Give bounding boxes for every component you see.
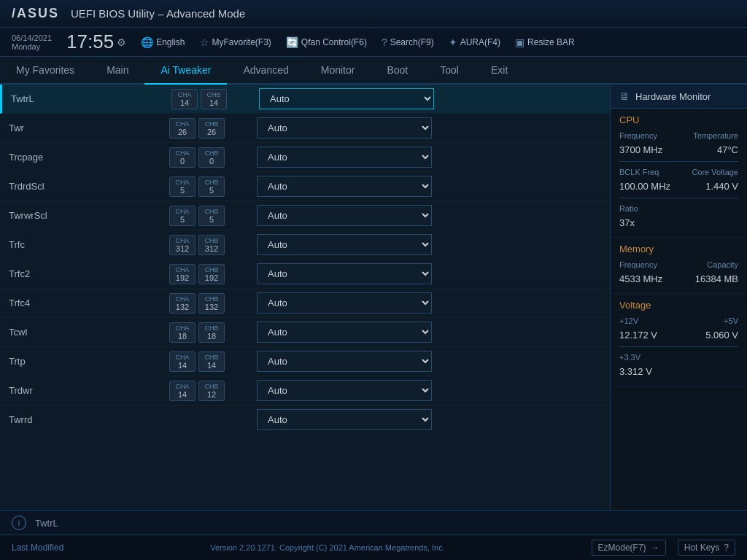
qfan-control-btn[interactable]: 🔄 Qfan Control(F6) — [286, 36, 367, 48]
row-value: Auto — [257, 263, 601, 284]
channel-b-box: CHB5 — [198, 206, 225, 226]
value-dropdown[interactable]: Auto — [257, 234, 432, 255]
table-row[interactable]: TwrrdAuto — [0, 405, 610, 435]
row-channels: CHA132CHB132 — [169, 293, 257, 314]
row-channels: CHA18CHB18 — [169, 322, 257, 343]
memory-section: Memory Frequency Capacity 4533 MHz 16384… — [611, 238, 747, 294]
mem-freq-row: Frequency Capacity — [619, 260, 738, 269]
memory-section-title: Memory — [619, 244, 738, 254]
value-dropdown[interactable]: Auto — [257, 292, 432, 314]
table-row[interactable]: TrtpCHA14CHB14Auto — [0, 347, 610, 376]
row-channels: CHA5CHB5 — [169, 206, 257, 226]
nav-exit[interactable]: Exit — [475, 57, 524, 85]
v5-label: +5V — [724, 316, 738, 325]
value-dropdown[interactable]: Auto — [257, 147, 432, 168]
hardware-monitor-panel: 🖥 Hardware Monitor CPU Frequency Tempera… — [610, 85, 747, 510]
my-favorite-btn[interactable]: ☆ MyFavorite(F3) — [200, 36, 271, 48]
gear-icon[interactable]: ⚙ — [117, 36, 126, 48]
value-dropdown[interactable]: Auto — [257, 380, 432, 401]
value-dropdown[interactable]: Auto — [257, 263, 432, 284]
table-row[interactable]: TrcpageCHA0CHB0Auto — [0, 143, 610, 172]
value-dropdown[interactable]: Auto — [257, 351, 432, 372]
hot-keys-label: Hot Keys — [684, 542, 720, 553]
globe-icon: 🌐 — [141, 36, 153, 48]
value-dropdown[interactable]: Auto — [257, 205, 432, 226]
table-row[interactable]: TwtrLCHA14CHB14Auto — [0, 85, 610, 114]
aura-btn[interactable]: ✦ AURA(F4) — [449, 36, 500, 48]
nav-my-favorites[interactable]: My Favorites — [0, 57, 90, 85]
resize-bar-btn[interactable]: ▣ Resize BAR — [515, 36, 575, 48]
table-row[interactable]: Trfc4CHA132CHB132Auto — [0, 289, 610, 318]
channel-b-box: CHB192 — [198, 264, 225, 284]
table-row[interactable]: TrdrdSclCHA5CHB5Auto — [0, 172, 610, 201]
table-row[interactable]: TrfcCHA312CHB312Auto — [0, 230, 610, 260]
cpu-temp-label: Temperature — [693, 131, 738, 140]
row-label: TwtrL — [11, 88, 171, 110]
row-value: Auto — [257, 409, 601, 430]
row-value: Auto — [259, 88, 601, 109]
hw-monitor-header: 🖥 Hardware Monitor — [611, 85, 747, 109]
value-dropdown[interactable]: Auto — [257, 176, 432, 197]
value-dropdown[interactable]: Auto — [257, 409, 432, 430]
v5-value: 5.060 V — [705, 330, 738, 341]
value-dropdown[interactable]: Auto — [259, 88, 434, 109]
row-channels: CHA312CHB312 — [169, 235, 257, 255]
channel-a-box: CHA5 — [169, 176, 196, 197]
nav-tool[interactable]: Tool — [424, 57, 475, 85]
language-label: English — [156, 37, 185, 47]
row-channels: CHA14CHB14 — [169, 351, 257, 372]
row-channels: CHA5CHB5 — [169, 176, 257, 197]
table-row[interactable]: Trfc2CHA192CHB192Auto — [0, 260, 610, 289]
row-label: Trtp — [9, 350, 169, 373]
fan-icon: 🔄 — [286, 36, 298, 48]
mem-freq-value: 4533 MHz — [619, 273, 662, 284]
status-bar: i TwtrL — [0, 510, 747, 534]
cpu-section: CPU Frequency Temperature 3700 MHz 47°C … — [611, 109, 747, 238]
aura-label: AURA(F4) — [460, 37, 500, 47]
row-channels: CHA0CHB0 — [169, 147, 257, 168]
voltage-section: Voltage +12V +5V 12.172 V 5.060 V +3.3V … — [611, 294, 747, 386]
bclk-row: BCLK Freq Core Voltage — [619, 168, 738, 176]
ez-mode-btn[interactable]: EzMode(F7) → — [592, 540, 666, 556]
nav-boot[interactable]: Boot — [371, 57, 424, 85]
mem-freq-label: Frequency — [619, 260, 657, 269]
channel-b-box: CHB18 — [198, 322, 225, 343]
channel-a-box: CHA14 — [169, 351, 196, 372]
row-value: Auto — [257, 205, 601, 226]
value-dropdown[interactable]: Auto — [257, 322, 432, 343]
channel-a-box: CHA14 — [171, 89, 198, 109]
channel-b-box: CHB312 — [198, 235, 225, 255]
bclk-label: BCLK Freq — [619, 168, 659, 176]
table-row[interactable]: TwrwrSclCHA5CHB5Auto — [0, 201, 610, 230]
channel-b-box: CHB14 — [198, 351, 225, 372]
row-label: Tcwl — [9, 321, 169, 343]
footer-left-btns: Last Modified — [12, 542, 63, 553]
cpu-freq-label: Frequency — [619, 131, 657, 140]
v33-val-row: 3.312 V — [619, 366, 738, 377]
nav-advanced[interactable]: Advanced — [227, 57, 304, 85]
time-bar-items: 🌐 English ☆ MyFavorite(F3) 🔄 Qfan Contro… — [141, 36, 735, 48]
channel-a-box: CHA14 — [169, 381, 196, 401]
row-label: Trdwr — [9, 379, 169, 402]
nav-monitor[interactable]: Monitor — [305, 57, 371, 85]
table-row[interactable]: TcwlCHA18CHB18Auto — [0, 318, 610, 347]
row-channels: CHA14CHB12 — [169, 381, 257, 401]
search-btn[interactable]: ? Search(F9) — [382, 36, 434, 48]
hot-keys-btn[interactable]: Hot Keys ? — [678, 540, 735, 556]
nav-bar: My Favorites Main Ai Tweaker Advanced Mo… — [0, 57, 747, 85]
v33-value: 3.312 V — [619, 366, 652, 377]
channel-a-box: CHA18 — [169, 322, 196, 343]
row-value: Auto — [257, 147, 601, 168]
nav-ai-tweaker[interactable]: Ai Tweaker — [144, 57, 227, 85]
value-dropdown[interactable]: Auto — [257, 117, 432, 139]
row-label: Trfc2 — [9, 262, 169, 285]
day: Monday — [12, 42, 40, 51]
language-selector[interactable]: 🌐 English — [141, 36, 185, 48]
cpu-divider — [619, 161, 738, 162]
table-row[interactable]: TrdwrCHA14CHB12Auto — [0, 376, 610, 405]
nav-main[interactable]: Main — [90, 57, 144, 85]
table-row[interactable]: TwrCHA26CHB26Auto — [0, 114, 610, 143]
row-value: Auto — [257, 117, 601, 139]
v12-label: +12V — [619, 316, 638, 325]
row-value: Auto — [257, 351, 601, 372]
